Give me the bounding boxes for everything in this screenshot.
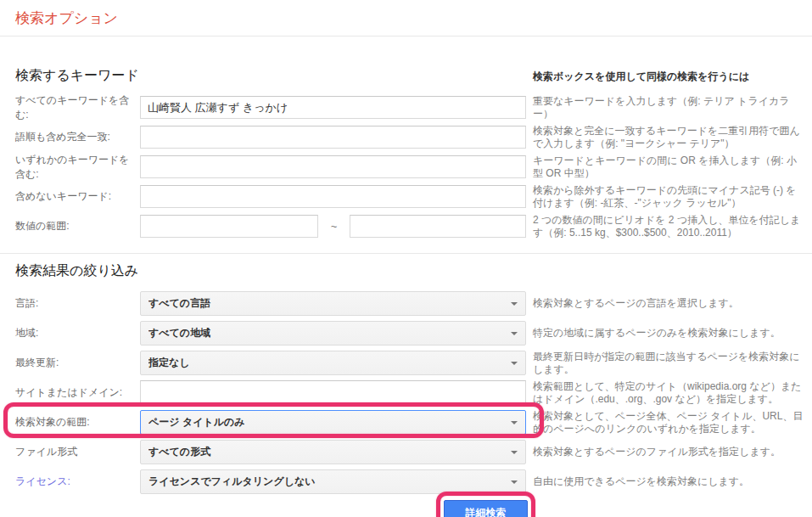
none-keywords-input[interactable] — [140, 185, 526, 208]
form-row-exact-phrase: 語順も含め完全一致: 検索対象と完全に一致するキーワードを二重引用符で囲んで入力… — [15, 126, 812, 149]
form-row-any-keywords: いずれかのキーワードを含む: キーワードとキーワードの間に OR を挿入します（… — [15, 155, 812, 178]
dropdown-arrow-icon — [511, 480, 518, 484]
file-type-select[interactable]: すべての形式 — [140, 440, 526, 464]
help-column-heading: 検索ボックスを使用して同様の検索を行うには — [533, 70, 749, 84]
search-range-select[interactable]: ページ タイトルのみ — [140, 410, 526, 435]
dropdown-arrow-icon — [511, 451, 518, 454]
form-row-site-domain: サイトまたはドメイン: 検索範囲として、特定のサイト（wikipedia.org… — [15, 380, 812, 405]
form-row-file-type: ファイル形式 すべての形式 検索対象とするページのファイル形式を指定します。 — [15, 440, 812, 464]
help-text: 最終更新日時が指定の範囲に該当するページを検索対象にします。 — [533, 351, 805, 376]
field-label: 数値の範囲: — [15, 219, 140, 233]
advanced-search-button[interactable]: 詳細検索 — [444, 500, 528, 517]
help-text: 2 つの数値の間にピリオドを 2 つ挿入し、単位を付記します（例: 5..15 … — [533, 214, 805, 239]
field-label: 検索対象の範囲: — [15, 415, 140, 430]
dropdown-arrow-icon — [511, 302, 518, 306]
help-text: 自由に使用できるページを検索対象にします。 — [533, 475, 805, 488]
field-label: 含めないキーワード: — [15, 189, 140, 204]
form-row-all-keywords: すべてのキーワードを含む: 重要なキーワードを入力します（例: テリア トライカ… — [15, 96, 812, 119]
select-value: ページ タイトルのみ — [148, 415, 506, 430]
select-value: ライセンスでフィルタリングしない — [148, 475, 506, 489]
region-select[interactable]: すべての地域 — [140, 321, 526, 346]
form-row-none-keywords: 含めないキーワード: 検索から除外するキーワードの先頭にマイナス記号 (-) を… — [15, 185, 812, 208]
dropdown-arrow-icon — [511, 332, 518, 335]
license-link-label[interactable]: ライセンス: — [15, 475, 140, 489]
keywords-section-headings: 検索するキーワード 検索ボックスを使用して同様の検索を行うには — [15, 67, 812, 85]
page-title: 検索オプション — [15, 8, 812, 28]
field-label: 言語: — [15, 296, 140, 311]
help-text: 検索範囲として、特定のサイト（wikipedia.org など）またはドメイン（… — [533, 380, 805, 406]
section-divider — [0, 253, 812, 254]
site-domain-input[interactable] — [140, 380, 526, 405]
dropdown-arrow-icon — [511, 421, 518, 424]
field-label: サイトまたはドメイン: — [15, 385, 140, 400]
submit-button-wrapper: 詳細検索 — [444, 500, 528, 517]
form-row-license: ライセンス: ライセンスでフィルタリングしない 自由に使用できるページを検索対象… — [15, 469, 812, 494]
keywords-section: すべてのキーワードを含む: 重要なキーワードを入力します（例: テリア トライカ… — [15, 96, 812, 238]
help-text: 検索対象とするページのファイル形式を指定します。 — [533, 446, 805, 458]
help-text: 検索対象として、ページ全体、ページ タイトル、URL、目的のページへのリンクのい… — [533, 410, 805, 436]
select-value: 指定なし — [148, 356, 506, 370]
field-label: 最終更新: — [15, 356, 140, 370]
narrow-results-section: 言語: すべての言語 検索対象とするページの言語を選択します。 地域: すべての… — [15, 291, 812, 494]
range-separator: ~ — [318, 220, 350, 233]
help-text: 重要なキーワードを入力します（例: テリア トライカラー） — [533, 95, 805, 121]
section-heading-keywords: 検索するキーワード — [15, 67, 526, 85]
help-text: キーワードとキーワードの間に OR を挿入します（例: 小型 OR 中型） — [533, 155, 805, 180]
form-row-number-range: 数値の範囲: ~ 2 つの数値の間にピリオドを 2 つ挿入し、単位を付記します（… — [15, 215, 812, 238]
form-row-search-range: 検索対象の範囲: ページ タイトルのみ 検索対象として、ページ全体、ページ タイ… — [15, 410, 812, 435]
dropdown-arrow-icon — [511, 362, 518, 365]
field-label: 語順も含め完全一致: — [15, 130, 140, 144]
last-updated-select[interactable]: 指定なし — [140, 351, 526, 375]
select-value: すべての形式 — [148, 445, 506, 459]
page-header: 検索オプション — [0, 0, 812, 37]
form-footer: 詳細検索 — [15, 500, 812, 517]
exact-phrase-input[interactable] — [140, 126, 526, 149]
all-keywords-input[interactable] — [140, 96, 526, 119]
form-row-region: 地域: すべての地域 特定の地域に属するページのみを検索対象にします。 — [15, 321, 812, 346]
select-value: すべての言語 — [148, 296, 506, 311]
field-label: 地域: — [15, 326, 140, 340]
language-select[interactable]: すべての言語 — [140, 291, 526, 316]
help-text: 検索対象と完全に一致するキーワードを二重引用符で囲んで入力します（例: "ヨーク… — [533, 125, 805, 150]
help-text: 検索から除外するキーワードの先頭にマイナス記号 (-) を付けます（例: -紅茶… — [533, 184, 805, 210]
help-text: 検索対象とするページの言語を選択します。 — [533, 297, 805, 310]
number-min-input[interactable] — [140, 215, 318, 238]
license-select[interactable]: ライセンスでフィルタリングしない — [140, 469, 526, 494]
number-max-input[interactable] — [350, 215, 526, 238]
any-keywords-input[interactable] — [140, 155, 526, 178]
field-label: すべてのキーワードを含む: — [15, 93, 140, 122]
field-label: ファイル形式 — [15, 445, 140, 459]
advanced-search-form: 検索するキーワード 検索ボックスを使用して同様の検索を行うには すべてのキーワー… — [0, 67, 812, 517]
select-value: すべての地域 — [148, 326, 506, 340]
form-row-language: 言語: すべての言語 検索対象とするページの言語を選択します。 — [15, 291, 812, 316]
number-range-fields: ~ — [140, 215, 526, 238]
form-row-last-updated: 最終更新: 指定なし 最終更新日時が指定の範囲に該当するページを検索対象にします… — [15, 351, 812, 375]
field-label: いずれかのキーワードを含む: — [15, 153, 140, 182]
section-heading-narrow: 検索結果の絞り込み — [15, 262, 812, 280]
help-text: 特定の地域に属するページのみを検索対象にします。 — [533, 327, 805, 340]
